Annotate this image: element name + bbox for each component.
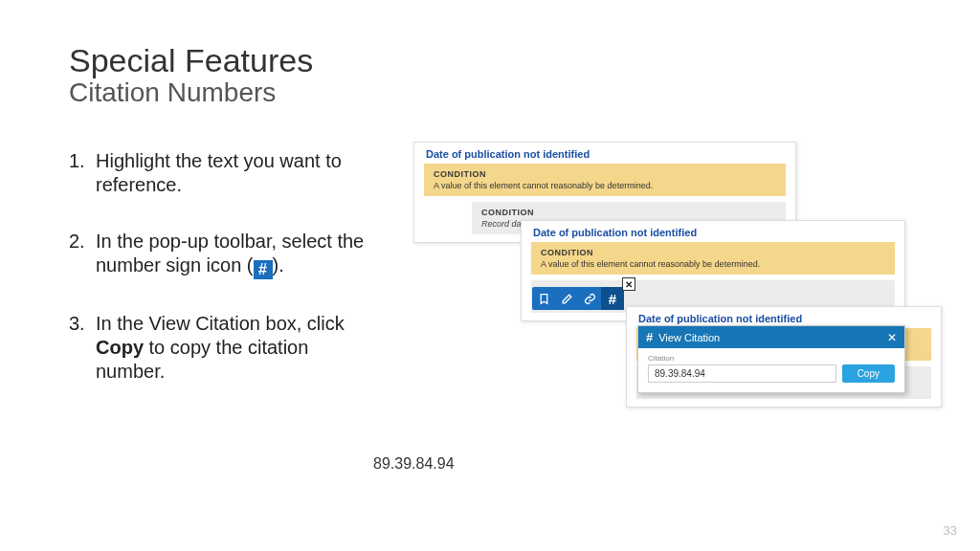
edit-icon[interactable] xyxy=(555,287,578,310)
page-number: 33 xyxy=(944,523,957,538)
title-block: Special Features Citation Numbers xyxy=(69,42,313,108)
condition-option-label: CONDITION xyxy=(481,208,776,217)
hash-icon: # xyxy=(254,260,273,279)
step-text: Highlight the text you want to reference… xyxy=(96,149,366,197)
close-icon[interactable]: ✕ xyxy=(622,277,635,291)
dialog-header: # View Citation ✕ xyxy=(638,326,904,348)
step-number: 1. xyxy=(69,149,96,197)
step-2: 2. In the pop-up toolbar, select the num… xyxy=(69,230,366,279)
citation-value-text: 89.39.84.94 xyxy=(373,455,455,473)
link-icon[interactable] xyxy=(578,287,601,310)
slide-title: Special Features xyxy=(69,42,313,79)
slide-subtitle: Citation Numbers xyxy=(69,77,313,108)
condition-text: A value of this element cannot reasonabl… xyxy=(541,259,885,269)
condition-label: CONDITION xyxy=(541,248,885,257)
card-heading: Date of publication not identified xyxy=(522,221,904,242)
dialog-body: Citation Copy xyxy=(638,348,904,392)
step-number: 3. xyxy=(69,312,96,384)
condition-box: CONDITION A value of this element cannot… xyxy=(424,164,786,196)
view-citation-dialog: # View Citation ✕ Citation Copy xyxy=(637,325,905,393)
condition-label: CONDITION xyxy=(434,169,776,179)
citation-field-label: Citation xyxy=(648,354,895,363)
popup-toolbar: # xyxy=(532,287,624,310)
bookmark-icon[interactable] xyxy=(532,287,555,310)
step-3: 3. In the View Citation box, click Copy … xyxy=(69,312,366,384)
dialog-title: View Citation xyxy=(658,332,887,343)
card-heading: Date of publication not identified xyxy=(414,143,795,164)
close-icon[interactable]: ✕ xyxy=(887,331,897,344)
hash-icon: # xyxy=(646,330,653,344)
condition-text: A value of this element cannot reasonabl… xyxy=(434,181,776,190)
copy-button[interactable]: Copy xyxy=(842,364,895,383)
condition-box: CONDITION A value of this element cannot… xyxy=(531,242,895,275)
hash-icon[interactable]: # xyxy=(601,287,624,310)
steps-list: 1. Highlight the text you want to refere… xyxy=(69,149,366,416)
citation-input[interactable] xyxy=(648,364,836,383)
step-number: 2. xyxy=(69,230,96,279)
step-1: 1. Highlight the text you want to refere… xyxy=(69,149,366,197)
step-text: In the pop-up toolbar, select the number… xyxy=(96,230,366,279)
step-text: In the View Citation box, click Copy to … xyxy=(96,312,366,384)
